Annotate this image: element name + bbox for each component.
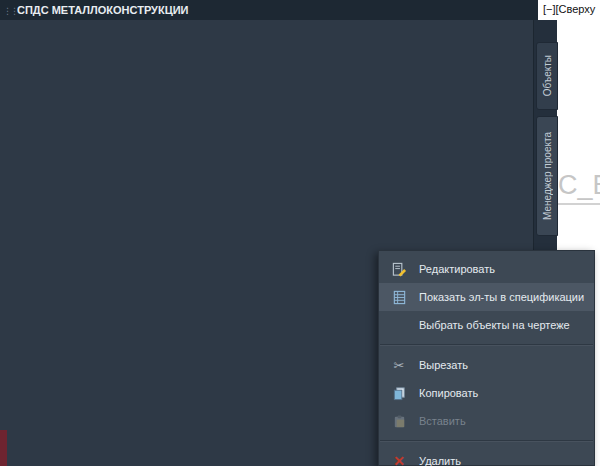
menu-item-label: Показать эл-ты в спецификации — [419, 291, 584, 303]
menu-item-label: Копировать — [419, 387, 478, 399]
menu-item-label: Вставить — [419, 415, 466, 427]
specification-icon — [379, 290, 419, 305]
delete-icon — [379, 453, 419, 466]
tab-objects[interactable]: Объекты — [536, 42, 558, 110]
panel-title: СПДС МЕТАЛЛОКОНСТРУКЦИИ — [17, 4, 188, 16]
menu-item-copy[interactable]: Копировать — [379, 379, 594, 407]
menu-item-label: Редактировать — [419, 263, 495, 275]
edit-icon — [379, 262, 419, 277]
menu-item-show-in-specification[interactable]: Показать эл-ты в спецификации — [379, 283, 594, 311]
menu-separator — [380, 344, 593, 346]
copy-icon — [379, 386, 419, 401]
menu-item-edit[interactable]: Редактировать — [379, 255, 594, 283]
menu-item-label: Вырезать — [419, 359, 468, 371]
panel-titlebar[interactable]: СПДС МЕТАЛЛОКОНСТРУКЦИИ — [0, 0, 538, 20]
tab-project-manager[interactable]: Менеджер проекта — [536, 116, 558, 236]
drag-handle-icon[interactable] — [3, 4, 13, 16]
menu-item-label: Удалить — [419, 455, 461, 466]
tab-objects-label: Объекты — [542, 55, 553, 96]
paste-icon — [379, 414, 419, 429]
cut-icon — [379, 358, 419, 373]
menu-item-paste[interactable]: Вставить — [379, 407, 594, 435]
window-edge-accent — [0, 430, 7, 466]
viewport-label[interactable]: [−][Сверху — [543, 3, 595, 15]
tab-project-manager-label: Менеджер проекта — [542, 132, 553, 220]
menu-item-cut[interactable]: Вырезать — [379, 351, 594, 379]
menu-item-label: Выбрать объекты на чертеже — [419, 319, 570, 331]
menu-item-select-objects[interactable]: Выбрать объекты на чертеже — [379, 311, 594, 339]
context-menu: Редактировать Показать эл-ты в специфика… — [378, 250, 595, 466]
drawing-text-watermark: С_Ба — [558, 170, 600, 205]
menu-separator — [380, 440, 593, 442]
menu-item-delete[interactable]: Удалить — [379, 447, 594, 466]
